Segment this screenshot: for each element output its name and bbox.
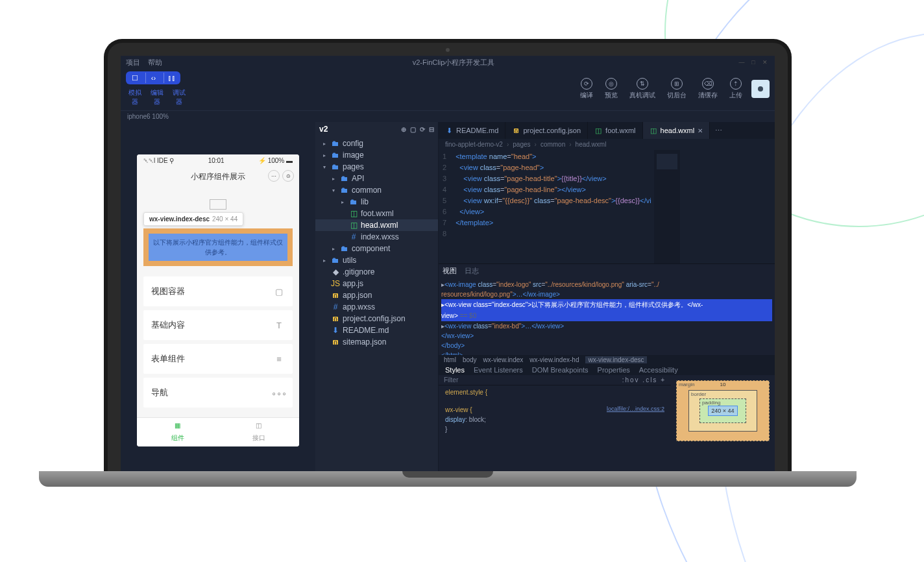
project-root-label[interactable]: v2 (319, 125, 328, 134)
dom-crumb[interactable]: wx-view.index (483, 356, 524, 363)
tree-item[interactable]: ◆.gitignore (315, 266, 438, 278)
tab-label: README.md (456, 127, 498, 134)
editor-tab[interactable]: ⬇README.md (439, 122, 505, 139)
phone-tab-icon: ◫ (254, 422, 264, 432)
action-icon: ◎ (605, 78, 617, 90)
list-item[interactable]: 表单组件 ≡ (143, 344, 293, 374)
editor-tab[interactable]: {}project.config.json (505, 122, 588, 139)
devtools-subtab[interactable]: Event Listeners (474, 366, 523, 374)
css-rule[interactable]: element.style { (439, 385, 671, 399)
editor-tab[interactable]: ◫foot.wxml (588, 122, 642, 139)
folder-icon: 🖿 (332, 151, 339, 160)
css-rule[interactable]: localfile:/…index.css:2wx-view { display… (439, 403, 671, 436)
tree-item[interactable]: ▸🖿API (315, 173, 438, 184)
dom-crumb[interactable]: body (463, 356, 477, 363)
line-gutter: 12345678 (439, 150, 453, 263)
list-item[interactable]: 导航 ∘∘∘ (143, 378, 293, 408)
tree-item[interactable]: JSapp.js (315, 278, 438, 289)
devtools-tab-console[interactable]: 日志 (465, 266, 479, 276)
styles-filter-input[interactable]: Filter (444, 376, 458, 384)
list-item[interactable]: 视图容器 ▢ (143, 276, 293, 306)
action-0[interactable]: ⟳ 编译 (580, 78, 593, 100)
tree-item-label: image (343, 151, 364, 160)
devtools-subtab[interactable]: DOM Breakpoints (532, 366, 589, 374)
devtools-subtab[interactable]: Accessibility (639, 366, 678, 374)
tab-close-icon[interactable]: ✕ (698, 127, 703, 134)
action-2[interactable]: ⇅ 真机调试 (629, 78, 655, 100)
tab-overflow-icon[interactable]: ⋯ (710, 122, 727, 139)
tab-label: foot.wxml (605, 127, 635, 134)
tree-item[interactable]: {}project.config.json (315, 313, 438, 324)
action-4[interactable]: ⌫ 清缓存 (698, 78, 718, 100)
tree-item-label: .gitignore (343, 267, 374, 276)
styles-filter-actions[interactable]: :hov .cls + (622, 376, 666, 384)
avatar[interactable] (751, 80, 770, 98)
dom-crumb[interactable]: html (444, 356, 456, 363)
tree-item[interactable]: {}sitemap.json (315, 336, 438, 348)
dom-tree[interactable]: ▸<wx-image class="index-logo" src="../re… (439, 277, 775, 355)
code-icon[interactable]: ‹› (145, 73, 161, 83)
action-5[interactable]: ⇡ 上传 (729, 78, 742, 100)
tree-item[interactable]: ▸🖿image (315, 149, 438, 161)
tree-item-label: config (343, 139, 363, 148)
laptop-frame: 项目 帮助 v2-FinClip小程序开发工具 — □ ✕ ☐ ‹› (104, 39, 792, 487)
menu-help[interactable]: 帮助 (148, 58, 162, 67)
list-item-icon: ∘∘∘ (273, 387, 285, 398)
breadcrumb-segment[interactable]: pages (513, 141, 530, 148)
devtools-subtab[interactable]: Styles (445, 366, 465, 374)
dom-breadcrumb[interactable]: htmlbodywx-view.indexwx-view.index-hdwx-… (439, 355, 775, 365)
tree-item-label: lib (361, 197, 369, 206)
phone-menu-icon[interactable]: ⋯ (268, 170, 280, 182)
tree-item[interactable]: ▸🖿config (315, 138, 438, 149)
code-editor[interactable]: 12345678 <template name="head"> <view cl… (439, 150, 775, 263)
tab-label: head.wxml (661, 127, 695, 134)
tree-item[interactable]: ▸🖿component (315, 243, 438, 254)
phone-icon[interactable]: ☐ (127, 73, 143, 83)
tree-item-label: common (352, 186, 382, 195)
breadcrumb-segment[interactable]: common (541, 141, 565, 148)
menu-project[interactable]: 项目 (126, 58, 140, 67)
tree-item[interactable]: #index.wxss (315, 231, 438, 243)
phone-tab[interactable]: ▦组件 (137, 418, 218, 446)
collapse-icon[interactable]: ⊟ (429, 126, 434, 133)
folder-icon: 🖿 (332, 256, 339, 265)
tree-item[interactable]: ⬇README.md (315, 324, 438, 336)
tree-item[interactable]: ◫head.wxml (315, 219, 438, 231)
tree-item[interactable]: ▸🖿lib (315, 196, 438, 208)
action-1[interactable]: ◎ 预览 (605, 78, 618, 100)
tree-item[interactable]: {}app.json (315, 289, 438, 301)
view-mode-toggle[interactable]: ☐ ‹› ⫿⫿ (126, 71, 180, 84)
dom-crumb[interactable]: wx-view.index-hd (529, 356, 579, 363)
refresh-icon[interactable]: ⟳ (420, 126, 425, 133)
tree-item[interactable]: ◫foot.wxml (315, 208, 438, 219)
camera-dot (446, 48, 450, 52)
breadcrumb-segment[interactable]: head.wxml (576, 141, 607, 148)
phone-tab[interactable]: ◫接口 (218, 418, 299, 446)
tree-item-label: project.config.json (343, 314, 406, 323)
debug-icon[interactable]: ⫿⫿ (164, 73, 179, 83)
styles-pane[interactable]: Filter :hov .cls + element.style {</span… (439, 375, 671, 471)
folder-icon: 🖿 (332, 139, 339, 148)
maximize-icon[interactable]: □ (749, 58, 758, 66)
new-file-icon[interactable]: ⊕ (401, 126, 406, 133)
devtools-tab-elements[interactable]: 视图 (443, 266, 457, 276)
tree-item[interactable]: ▾🖿pages (315, 161, 438, 173)
editor-tab[interactable]: ◫head.wxml✕ (643, 122, 711, 139)
devtools-subtab[interactable]: Properties (598, 366, 630, 374)
tree-item[interactable]: ▸🖿utils (315, 254, 438, 266)
list-item[interactable]: 基础内容 T (143, 310, 293, 340)
action-label: 切后台 (667, 91, 687, 100)
tree-item-label: API (352, 174, 364, 183)
tree-item[interactable]: #app.wxss (315, 301, 438, 313)
phone-time: 10:01 (208, 157, 225, 165)
new-folder-icon[interactable]: ▢ (410, 126, 416, 133)
tree-item[interactable]: ▾🖿common (315, 184, 438, 196)
close-icon[interactable]: ✕ (760, 58, 770, 66)
dom-crumb[interactable]: wx-view.index-desc (585, 356, 646, 363)
tree-item-label: head.wxml (361, 221, 398, 230)
minimap[interactable] (654, 150, 680, 263)
minimize-icon[interactable]: — (737, 58, 746, 66)
breadcrumb-segment[interactable]: fino-applet-demo-v2 (445, 141, 503, 148)
action-3[interactable]: ⊞ 切后台 (667, 78, 687, 100)
phone-close-icon[interactable]: ⊙ (282, 170, 294, 182)
